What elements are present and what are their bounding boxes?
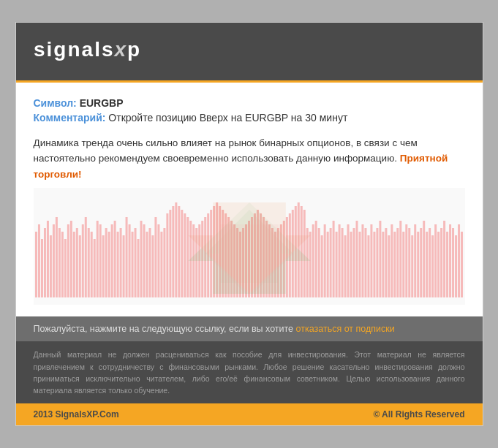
copyright-left: 2013 SignalsXP.Com (34, 409, 119, 419)
svg-rect-117 (364, 228, 366, 297)
svg-rect-138 (426, 232, 428, 297)
svg-rect-146 (449, 224, 451, 297)
svg-rect-102 (320, 235, 322, 297)
svg-text:SIGNALSXP: SIGNALSXP (34, 38, 141, 61)
svg-rect-43 (148, 228, 151, 297)
svg-rect-18 (75, 228, 78, 297)
svg-rect-139 (429, 228, 431, 297)
svg-rect-137 (423, 221, 425, 297)
svg-rect-136 (420, 228, 422, 297)
svg-rect-40 (140, 221, 142, 297)
main-content: Символ: EURGBP Комментарий: Откройте поз… (16, 83, 483, 317)
svg-rect-127 (393, 232, 396, 297)
svg-rect-128 (396, 228, 399, 297)
comment-label: Комментарий: (34, 112, 106, 124)
svg-rect-41 (143, 224, 145, 297)
svg-rect-31 (113, 221, 116, 297)
svg-rect-55 (184, 213, 186, 297)
svg-rect-125 (388, 235, 390, 297)
svg-rect-26 (99, 224, 101, 297)
svg-rect-122 (379, 221, 381, 297)
svg-rect-100 (314, 221, 317, 297)
svg-rect-6 (40, 239, 42, 297)
svg-rect-15 (67, 224, 69, 297)
svg-rect-131 (405, 224, 407, 297)
svg-rect-123 (382, 232, 384, 297)
svg-rect-104 (326, 232, 328, 297)
svg-rect-27 (102, 235, 104, 297)
svg-rect-113 (352, 228, 355, 297)
svg-rect-52 (175, 202, 177, 297)
svg-rect-28 (105, 228, 107, 297)
svg-rect-49 (166, 213, 168, 297)
svg-rect-24 (93, 239, 95, 297)
copyright-right: © All Rights Reserved (373, 409, 464, 419)
svg-rect-36 (128, 224, 130, 297)
svg-rect-10 (52, 224, 54, 297)
svg-rect-134 (414, 224, 416, 297)
svg-rect-135 (417, 232, 419, 297)
svg-rect-142 (437, 232, 439, 297)
disclaimer-section: Данный материал не должен расцениваться … (16, 341, 483, 403)
chart-svg (34, 188, 465, 305)
svg-rect-19 (78, 235, 80, 297)
svg-rect-51 (172, 206, 174, 297)
svg-rect-8 (46, 221, 48, 297)
unsubscribe-prefix: Пожалуйста, нажмите на следующую ссылку,… (34, 324, 294, 334)
svg-rect-112 (350, 232, 352, 297)
svg-rect-121 (376, 228, 378, 297)
svg-rect-106 (332, 221, 334, 297)
svg-rect-29 (107, 232, 110, 297)
svg-rect-5 (37, 224, 39, 297)
svg-rect-32 (116, 232, 118, 297)
svg-rect-30 (110, 224, 113, 297)
svg-rect-38 (134, 228, 136, 297)
svg-rect-141 (434, 224, 437, 297)
svg-rect-130 (402, 232, 404, 297)
svg-rect-13 (61, 232, 63, 297)
svg-rect-133 (411, 235, 413, 297)
main-paragraph: Динамика тренда очень сильно влияет на р… (34, 135, 465, 183)
svg-rect-23 (90, 232, 92, 297)
footer-gray-bar: Пожалуйста, нажмите на следующую ссылку,… (16, 316, 483, 341)
svg-rect-124 (385, 228, 387, 297)
svg-rect-4 (34, 232, 37, 297)
svg-rect-116 (361, 224, 363, 297)
svg-rect-53 (178, 206, 180, 297)
svg-rect-126 (391, 224, 393, 297)
svg-rect-119 (370, 224, 372, 297)
svg-rect-14 (64, 239, 66, 297)
svg-rect-39 (137, 239, 139, 297)
unsubscribe-link[interactable]: отказаться от подписки (296, 324, 395, 334)
header: SIGNALSXP (16, 23, 483, 83)
svg-rect-144 (443, 221, 445, 297)
svg-rect-143 (440, 228, 442, 297)
svg-rect-35 (125, 217, 127, 297)
svg-rect-33 (119, 228, 121, 297)
email-container: SIGNALSXP Символ: EURGBP Комментарий: От… (15, 22, 483, 427)
svg-rect-107 (335, 232, 337, 297)
svg-rect-12 (58, 228, 60, 297)
svg-rect-150 (461, 232, 463, 297)
svg-rect-114 (355, 221, 358, 297)
svg-rect-118 (367, 235, 369, 297)
svg-rect-9 (49, 235, 51, 297)
svg-rect-21 (84, 217, 86, 297)
svg-rect-111 (347, 224, 349, 297)
svg-rect-149 (458, 224, 460, 297)
svg-rect-120 (373, 232, 375, 297)
bottom-bar: 2013 SignalsXP.Com © All Rights Reserved (16, 403, 483, 425)
svg-rect-54 (181, 210, 183, 297)
svg-rect-16 (69, 221, 72, 297)
main-text-body: Динамика тренда очень сильно влияет на р… (34, 137, 418, 164)
svg-rect-11 (55, 217, 57, 297)
svg-rect-34 (122, 235, 124, 297)
svg-rect-42 (146, 232, 148, 297)
comment-line: Комментарий: Откройте позицию Вверх на E… (34, 112, 465, 124)
svg-rect-101 (317, 228, 320, 297)
svg-rect-110 (344, 235, 346, 297)
svg-rect-147 (452, 228, 454, 297)
svg-rect-47 (160, 232, 162, 297)
svg-rect-25 (96, 221, 98, 297)
svg-rect-7 (43, 228, 45, 297)
